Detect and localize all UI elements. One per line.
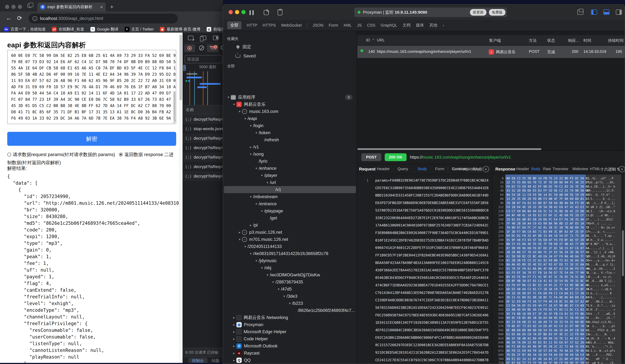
tree-item-Raycast[interactable]: ▸◆Raycast <box>224 350 356 357</box>
hex-row[interactable]: 27287 98 99 96 D8 F6 B7 DE 2F DC 5B 15 8… <box>492 246 625 250</box>
chevron-icon[interactable]: ▾ <box>254 259 259 263</box>
chevron-icon[interactable]: ▾ <box>259 174 264 177</box>
hex-row[interactable]: 24055 9F 48 F3 93 5F 56 EB 6F F6 F8 BF A… <box>492 238 625 242</box>
request-url[interactable]: https://music.163.com/eapi/song/enhance/… <box>410 155 511 160</box>
tree-item--8626e1c25b06f246893f4c7...[interactable]: /8626e1c25b06f246893f4c7... <box>224 307 356 314</box>
chevron-icon[interactable]: ▾ <box>243 117 248 121</box>
tree-item--47d5[interactable]: ▾/47d5 <box>224 286 356 293</box>
tree-item--[interactable]: ▾♪网易云音乐 <box>224 101 356 108</box>
tree-item-Microsoft-Edge-Helper[interactable]: ▸›Microsoft Edge Helper <box>224 328 356 335</box>
tree-item-Code-Helper[interactable]: ▸›Code Helper <box>224 335 356 342</box>
hex-row[interactable]: 8013 2D 35 D8 20 FD BB F3 0B 4F 7F 90 69… <box>492 197 625 201</box>
toggle-sidebar-icon[interactable] <box>591 9 597 15</box>
chevron-icon[interactable]: ▾ <box>226 95 231 99</box>
chevron-icon[interactable]: ▸ <box>237 230 242 234</box>
update-badge[interactable]: 新更新 <box>470 9 486 16</box>
bookmark-item[interactable]: du百度一下，你就知道 <box>4 27 46 32</box>
hex-row[interactable]: 32001 2B 2B FE C5 2C 61 92 E9 B0 72 62 3… <box>492 259 625 263</box>
chevron-icon[interactable]: ▾ <box>254 166 259 170</box>
hex-row[interactable]: 256B8 27 41 0A 4E 55 5E 7F FB D0 27 4B A… <box>492 242 625 246</box>
filter-chip-文档[interactable]: 文档 <box>403 22 411 28</box>
device-toolbar-icon[interactable] <box>201 36 206 40</box>
network-request-row[interactable]: {;}decrypt?isReq=fa <box>183 143 223 152</box>
chevron-icon[interactable]: ▾ <box>276 287 281 291</box>
tab-overview-icon[interactable] <box>27 4 31 8</box>
tree-item--song[interactable]: ▾/song <box>224 151 356 158</box>
compose-request-icon[interactable] <box>264 10 269 15</box>
page-scrollbar-thumb[interactable] <box>180 35 182 100</box>
chevron-icon[interactable]: ▾ <box>259 266 264 270</box>
hex-row[interactable]: 64096 39 7A D9 23 95 D2 81 11 93 EA 07 5… <box>492 341 625 345</box>
bookmark-item[interactable]: ▤前端发布 <box>207 27 223 32</box>
request-tab-form[interactable]: Form <box>435 167 444 171</box>
chevron-icon[interactable]: ▾ <box>243 244 248 248</box>
tree-item--player[interactable]: ▾/player <box>224 172 356 179</box>
tree-item--b223[interactable]: ▾/b223 <box>224 300 356 307</box>
filter-toggle-button[interactable]: × <box>207 44 219 52</box>
hex-row[interactable]: 57679 0E 07 73 D3 92 14 E6 AF 62 C4 1C D… <box>492 324 625 328</box>
hex-row[interactable]: 496C3 D4 56 DF E5 E9 44 F7 2A D7 9D BE 0… <box>492 304 625 308</box>
response-tab-webview[interactable]: Webview <box>572 167 588 171</box>
tree-item--enhance[interactable]: ▾/enhance <box>224 165 356 172</box>
column-header-6[interactable]: 时间 <box>584 38 591 43</box>
tree-item--entrance[interactable]: ▾/entrance <box>224 200 356 207</box>
tree-item--v1[interactable]: ▸/v1 <box>224 143 356 151</box>
window-zoom-button[interactable] <box>241 10 246 14</box>
record-network-button[interactable] <box>184 44 195 52</box>
chevron-icon[interactable]: ▾ <box>232 102 236 106</box>
hex-row[interactable]: 1622 75 55 D0 E6 70 72 3F 7D D8 06 94 FC… <box>492 181 625 184</box>
toggle-right-panel-icon[interactable] <box>616 9 622 15</box>
response-tab-treeview[interactable]: Treeview <box>553 167 568 171</box>
chevron-icon[interactable]: ▾ <box>237 110 242 113</box>
response-binary-radio[interactable] <box>119 152 123 156</box>
chevron-icon[interactable]: ▸ <box>232 337 236 341</box>
hex-row[interactable]: 52892 74 6B 16 D9 E7 3F 16 1F FB C4 61 5… <box>492 312 625 316</box>
site-info-icon[interactable]: i <box>32 16 37 21</box>
hex-row[interactable]: 649A 54 3E 11 C9 55 9A 14 6C 59 AB 68 5E… <box>492 193 625 197</box>
hex-row[interactable]: 56082 25 E8 6B 25 61 4A A9 73 29 33 FA 5… <box>492 320 625 324</box>
window-zoom-button[interactable] <box>18 5 22 9</box>
request-formatter-dropdown[interactable]: FORM内容 <box>463 167 483 172</box>
hex-row[interactable]: 4642D 21 41 B9 D1 08 10 B5 7C FA 8D 86 B… <box>492 295 625 300</box>
tree-item--pl[interactable]: ▸/pl <box>224 222 356 229</box>
response-hex-viewer[interactable]: 0B0 E8 C3 25 5B BD 14 FB 75 33 22 0D F5 … <box>492 175 625 364</box>
tree-item-Proxyman[interactable]: ▸◉Proxyman <box>224 321 356 328</box>
hex-row[interactable]: 28828 20 B0 27 7D 43 B4 7C 1F E5 56 10 3… <box>492 250 625 254</box>
chevron-icon[interactable]: ▾ <box>282 294 286 298</box>
chevron-icon[interactable]: ▸ <box>248 145 253 149</box>
network-request-row[interactable]: {;}decrypt?isReq=tr <box>183 115 223 124</box>
hex-row[interactable]: 1767F 40 2B 50 A4 C9 63 09 8A 96 8D 15 A… <box>492 222 625 226</box>
window-minimize-button[interactable] <box>235 10 239 14</box>
hex-row[interactable]: 672AD F0 31 E0 69 F0 1D 57 E9 9C 76 4A D… <box>492 349 625 353</box>
filters-overflow-chevron-icon[interactable]: › <box>443 23 444 28</box>
hex-row[interactable]: 30441 58 99 B2 CE BC 49 EA 34 47 F9 8A 4… <box>492 254 625 259</box>
clear-network-icon[interactable] <box>199 45 204 50</box>
request-params-radio-label[interactable]: 请求数据request params(针对请求数据的 params) <box>13 152 115 157</box>
request-params-radio[interactable] <box>7 152 11 156</box>
network-request-row[interactable]: {;}decrypt?isReq=fa <box>183 133 223 143</box>
filter-chip-GraphQL[interactable]: GraphQL <box>381 23 397 28</box>
hex-row[interactable]: 608E1 65 A6 A5 C8 7A DF BD 03 5F 4E CC 1… <box>492 332 625 336</box>
tree-item--4e083109171d431422b1fc36658f2c78[interactable]: ▾/4e083109171d431422b1fc36658f2c78 <box>224 250 356 257</box>
tree-item--eapi[interactable]: ▾/eapi <box>224 115 356 122</box>
tree-item-music.163.com[interactable]: ▾~music.163.com <box>224 108 356 115</box>
response-formatter-dropdown[interactable]: 十六进制 ⇅ <box>600 167 620 172</box>
hex-row[interactable]: 1927A 0D 97 E6 FC 27 A2 01 38 3C 1B 7B 6… <box>492 226 625 230</box>
response-scrollbar-thumb[interactable] <box>622 230 624 276</box>
request-tab-body[interactable]: Body <box>418 167 427 171</box>
network-request-row[interactable]: {;}stop-words.json? <box>183 124 223 133</box>
tree-item--url[interactable]: ▾/url <box>224 179 356 186</box>
filter-chip-Form[interactable]: Form <box>329 23 338 28</box>
chevron-icon[interactable]: ▾ <box>254 202 259 206</box>
chevron-icon[interactable]: ▾ <box>248 124 253 128</box>
chevron-icon[interactable]: ▾ <box>259 209 264 213</box>
tree-item--playpage[interactable]: ▾/playpage <box>224 207 356 214</box>
chevron-icon[interactable]: ▾ <box>248 195 253 199</box>
tree-item--login[interactable]: ▾/login <box>224 122 356 129</box>
sidebar-item-pinned[interactable]: 固定 <box>223 43 357 50</box>
hex-row[interactable]: 512E5 9B 4D 04 BE 46 C9 F9 EE F5 05 C1 D… <box>492 308 625 312</box>
chevron-icon[interactable]: ▾ <box>237 238 242 241</box>
chevron-icon[interactable]: ▾ <box>265 273 270 277</box>
sidebar-item-saved[interactable]: Saved <box>223 52 357 60</box>
filter-chip-媒体[interactable]: 媒体 <box>416 22 424 28</box>
